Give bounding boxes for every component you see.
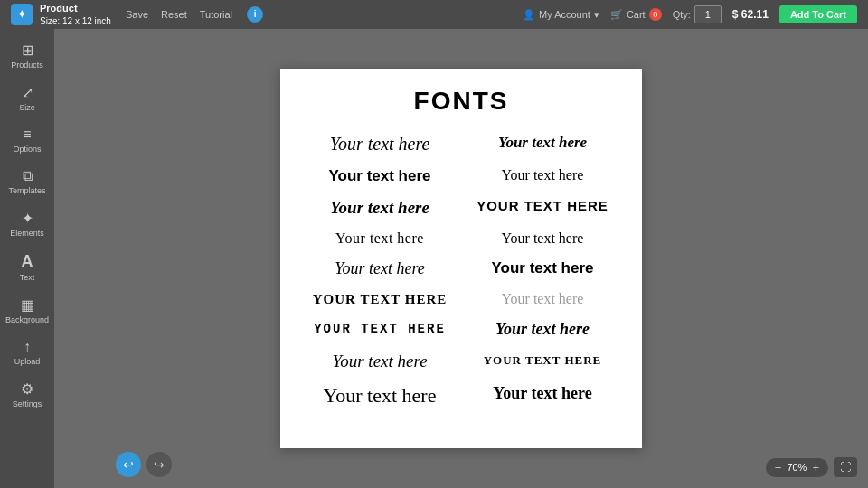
font-item-cursive-formal[interactable]: Your text here: [302, 350, 458, 373]
elements-icon: ✦: [22, 210, 33, 227]
font-item-rough-caps[interactable]: YOUR TEXT HERE: [302, 318, 458, 341]
background-icon: ▦: [21, 296, 34, 314]
font-item-outlined[interactable]: Your text here: [465, 289, 620, 309]
font-item-thin-serif[interactable]: Your text here: [465, 165, 620, 187]
sidebar-item-text[interactable]: A Text: [4, 247, 51, 287]
bottom-left-buttons: ↩ ↪: [116, 452, 172, 477]
redo-button[interactable]: ↪: [146, 452, 172, 477]
font-item-mixed-caps[interactable]: YOUR TEXT HERE: [302, 289, 458, 309]
sidebar-elements-label: Elements: [10, 229, 44, 238]
sidebar-item-upload[interactable]: ↑ Upload: [4, 333, 51, 371]
font-sample-15: Your text here: [332, 352, 427, 371]
product-name: Product: [40, 2, 111, 14]
options-icon: ≡: [23, 127, 31, 143]
topbar-actions: Save Reset Tutorial: [126, 9, 232, 20]
zoom-controls: − 70% +: [766, 458, 828, 477]
font-sample-14: Your text here: [495, 320, 590, 338]
sidebar-item-settings[interactable]: ⚙ Settings: [4, 375, 51, 414]
my-account-label: My Account: [539, 9, 590, 20]
font-sample-16: YOUR TEXT HERE: [484, 353, 602, 367]
fonts-panel-title: FONTS: [302, 87, 620, 116]
account-chevron-icon: ▾: [594, 9, 599, 21]
sidebar-text-label: Text: [20, 273, 35, 282]
save-button[interactable]: Save: [126, 9, 148, 20]
bottombar: − 70% + ⛶: [766, 457, 857, 477]
add-to-cart-button[interactable]: Add To Cart: [779, 5, 857, 23]
qty-label: Qty:: [673, 9, 691, 20]
sidebar-background-label: Background: [5, 315, 49, 324]
font-item-bold-black[interactable]: Your text here: [465, 258, 620, 280]
sidebar-item-background[interactable]: ▦ Background: [4, 291, 51, 330]
font-item-heavy-serif[interactable]: Your text here: [465, 382, 620, 409]
topbar-left: ✦ Product Size: 12 x 12 inch Save Reset …: [11, 2, 263, 26]
main-area: ⊞ Products ⤢ Size ≡ Options ⧉ Templates …: [0, 29, 868, 488]
fullscreen-button[interactable]: ⛶: [834, 457, 857, 477]
fonts-panel[interactable]: FONTS Your text here Your text here Your…: [280, 69, 642, 448]
sidebar-upload-label: Upload: [14, 357, 41, 366]
price-display: $ 62.11: [732, 8, 769, 21]
sidebar-item-elements[interactable]: ✦ Elements: [4, 204, 51, 243]
sidebar-item-options[interactable]: ≡ Options: [4, 121, 51, 159]
sidebar-options-label: Options: [13, 145, 41, 154]
sidebar-products-label: Products: [11, 61, 43, 70]
font-sample-5: Your text here: [330, 198, 429, 217]
font-sample-9: Your text here: [335, 259, 425, 277]
font-item-script-thin[interactable]: Your text here: [302, 258, 458, 280]
sidebar-item-templates[interactable]: ⧉ Templates: [4, 163, 51, 201]
sidebar: ⊞ Products ⤢ Size ≡ Options ⧉ Templates …: [0, 29, 54, 488]
text-icon: A: [22, 252, 33, 271]
qty-input[interactable]: [694, 5, 722, 23]
font-sample-12: Your text here: [502, 291, 584, 306]
font-item-serif-script[interactable]: Your text here: [465, 318, 620, 341]
sidebar-size-label: Size: [19, 103, 35, 112]
account-icon: 👤: [523, 9, 535, 21]
font-sample-6: YOUR TEXT HERE: [476, 198, 609, 213]
undo-button[interactable]: ↩: [116, 452, 141, 477]
my-account-button[interactable]: 👤 My Account ▾: [523, 9, 599, 21]
tutorial-button[interactable]: Tutorial: [200, 9, 232, 20]
font-item-elegant-caps[interactable]: YOUR TEXT HERE: [465, 350, 620, 373]
upload-icon: ↑: [24, 339, 31, 355]
zoom-in-button[interactable]: +: [812, 461, 819, 474]
cart-badge: 0: [649, 8, 662, 21]
product-info: Product Size: 12 x 12 inch: [40, 2, 111, 26]
zoom-out-button[interactable]: −: [775, 461, 782, 474]
font-item-thin-light[interactable]: Your text here: [302, 229, 458, 249]
font-sample-4: Your text here: [502, 167, 584, 183]
product-size: Size: 12 x 12 inch: [40, 15, 111, 27]
qty-control: Qty:: [673, 5, 722, 23]
cart-icon: 🛒: [610, 9, 623, 21]
templates-icon: ⧉: [23, 168, 33, 184]
font-sample-11: YOUR TEXT HERE: [313, 292, 447, 306]
font-sample-13: YOUR TEXT HERE: [314, 322, 446, 336]
font-item-bold-serif[interactable]: Your text here: [302, 165, 458, 187]
font-item-bold-italic[interactable]: Your text here: [465, 132, 620, 156]
font-sample-3: Your text here: [328, 167, 430, 184]
cart-label: Cart: [627, 9, 646, 20]
font-sample-2: Your text here: [498, 134, 587, 151]
font-item-handwrite[interactable]: Your text here: [302, 382, 458, 409]
fonts-grid: Your text here Your text here Your text …: [302, 132, 620, 409]
tutorial-icon-badge[interactable]: i: [247, 6, 263, 23]
font-sample-18: Your text here: [493, 384, 591, 402]
products-icon: ⊞: [22, 42, 33, 59]
font-sample-7: Your text here: [335, 230, 424, 246]
sidebar-item-products[interactable]: ⊞ Products: [4, 36, 51, 75]
settings-icon: ⚙: [21, 380, 33, 398]
canvas-area: FONTS Your text here Your text here Your…: [54, 29, 868, 488]
font-sample-10: Your text here: [491, 259, 593, 277]
zoom-level: 70%: [787, 462, 807, 473]
topbar: ✦ Product Size: 12 x 12 inch Save Reset …: [0, 0, 868, 29]
font-item-caps-condensed[interactable]: YOUR TEXT HERE: [465, 196, 620, 220]
reset-button[interactable]: Reset: [161, 9, 187, 20]
app-logo: ✦: [11, 4, 33, 25]
font-sample-1: Your text here: [330, 134, 430, 154]
font-item-serif-normal[interactable]: Your text here: [465, 229, 620, 249]
font-sample-17: Your text here: [324, 384, 437, 407]
font-sample-8: Your text here: [502, 230, 584, 246]
font-item-brush-italic[interactable]: Your text here: [302, 196, 458, 220]
size-icon: ⤢: [22, 84, 33, 101]
font-item-script-elegant[interactable]: Your text here: [302, 132, 458, 156]
cart-button[interactable]: 🛒 Cart 0: [610, 8, 662, 21]
sidebar-item-size[interactable]: ⤢ Size: [4, 79, 51, 117]
